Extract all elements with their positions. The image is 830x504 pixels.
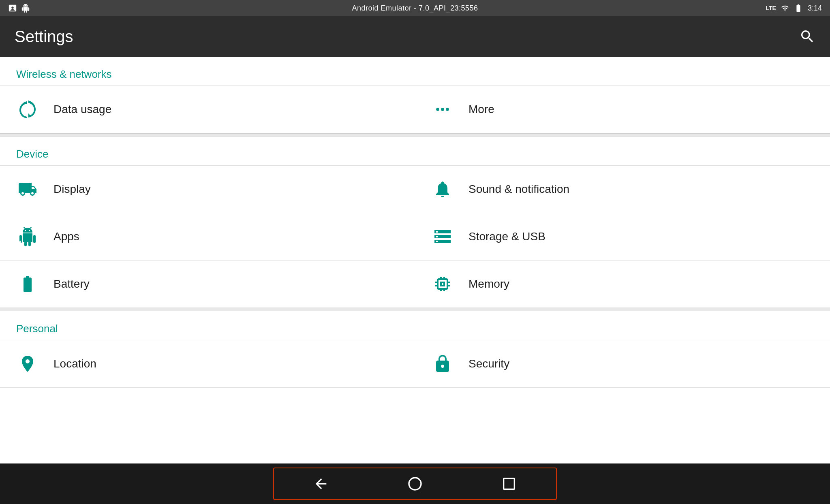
location-label: Location: [53, 357, 96, 370]
settings-item-storage[interactable]: Storage & USB: [415, 213, 830, 261]
display-icon: [16, 178, 39, 201]
svg-rect-1: [504, 478, 515, 489]
time-display: 3:14: [808, 4, 822, 13]
svg-point-0: [409, 478, 421, 490]
more-svg: [433, 100, 452, 119]
divider-personal: [0, 308, 830, 311]
settings-item-security[interactable]: Security: [415, 340, 830, 388]
storage-label: Storage & USB: [468, 230, 545, 243]
display-label: Display: [53, 183, 91, 196]
home-icon: [407, 476, 423, 492]
settings-item-battery[interactable]: Battery: [0, 261, 415, 308]
divider-device: [0, 133, 830, 137]
display-svg: [18, 179, 37, 199]
system-bar-left-icons: [8, 4, 30, 13]
battery-status-icon: [794, 4, 803, 13]
personal-grid: Location Security: [0, 340, 830, 388]
signal-icon: [781, 4, 789, 12]
memory-icon: [431, 273, 454, 295]
location-svg: [18, 354, 37, 374]
battery-label: Battery: [53, 278, 90, 290]
home-button[interactable]: [399, 472, 431, 496]
storage-svg: [433, 227, 452, 246]
sound-icon: [431, 178, 454, 201]
system-bar-right-icons: LTE 3:14: [766, 4, 822, 13]
security-svg: [433, 354, 452, 374]
data-usage-icon: [16, 98, 39, 121]
settings-item-display[interactable]: Display: [0, 166, 415, 213]
settings-item-data-usage[interactable]: Data usage: [0, 86, 415, 133]
section-wireless-header: Wireless & networks: [0, 57, 830, 85]
settings-item-location[interactable]: Location: [0, 340, 415, 388]
system-bar: Android Emulator - 7.0_API_23:5556 LTE 3…: [0, 0, 830, 16]
security-icon: [431, 352, 454, 375]
search-icon: [799, 28, 815, 45]
memory-svg: [433, 274, 452, 294]
section-personal-header: Personal: [0, 311, 830, 340]
recents-button[interactable]: [493, 472, 525, 496]
recents-icon: [501, 476, 517, 492]
lte-icon: LTE: [766, 5, 776, 11]
apps-svg: [18, 227, 37, 246]
android-icon: [21, 4, 30, 13]
section-device-header: Device: [0, 137, 830, 165]
nav-buttons-group: [273, 468, 557, 500]
battery-icon: [16, 273, 39, 295]
page-title: Settings: [15, 28, 73, 46]
more-label: More: [468, 103, 494, 116]
sound-svg: [433, 179, 452, 199]
settings-item-apps[interactable]: Apps: [0, 213, 415, 261]
window-title: Android Emulator - 7.0_API_23:5556: [352, 4, 478, 13]
settings-item-more[interactable]: More: [415, 86, 830, 133]
storage-icon: [431, 225, 454, 248]
settings-content: Wireless & networks Data usage More Devi…: [0, 57, 830, 463]
search-button[interactable]: [799, 28, 815, 45]
location-icon: [16, 352, 39, 375]
data-usage-label: Data usage: [53, 103, 111, 116]
nav-bar: [0, 463, 830, 504]
sound-label: Sound & notification: [468, 183, 569, 196]
settings-item-sound[interactable]: Sound & notification: [415, 166, 830, 213]
apps-label: Apps: [53, 230, 79, 243]
data-usage-svg: [18, 100, 37, 119]
settings-item-memory[interactable]: Memory: [415, 261, 830, 308]
back-button[interactable]: [305, 472, 337, 496]
back-icon: [313, 476, 329, 492]
app-header: Settings: [0, 16, 830, 57]
device-grid: Display Sound & notification Apps: [0, 165, 830, 308]
sim-icon: [8, 4, 17, 13]
battery-svg: [18, 274, 37, 294]
security-label: Security: [468, 357, 509, 370]
wireless-grid: Data usage More: [0, 85, 830, 133]
more-icon: [431, 98, 454, 121]
memory-label: Memory: [468, 278, 509, 290]
apps-icon: [16, 225, 39, 248]
